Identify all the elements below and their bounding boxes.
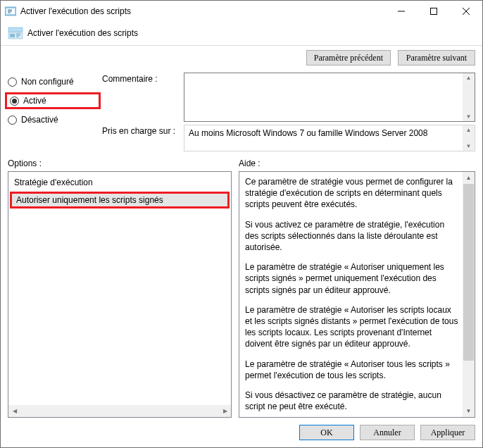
options-panel: Stratégie d'exécution Autoriser uniqueme… xyxy=(8,171,232,418)
policy-dialog-window: Activer l'exécution des scripts Activer … xyxy=(0,0,483,448)
radio-label: Non configuré xyxy=(21,77,74,87)
app-icon xyxy=(5,6,16,17)
highlight-enabled: Activé xyxy=(5,92,101,109)
scrollbar-vertical[interactable]: ▲ ▼ xyxy=(463,73,475,121)
comment-textarea[interactable]: ▲ ▼ xyxy=(184,73,475,122)
ok-button[interactable]: OK xyxy=(299,425,354,440)
scroll-up-icon: ▲ xyxy=(463,172,475,184)
scroll-left-icon: ◀ xyxy=(8,408,20,414)
execution-policy-dropdown[interactable]: Autoriser uniquement les scripts signés xyxy=(10,192,230,209)
scroll-down-icon: ▼ xyxy=(466,142,472,151)
scrollbar-vertical[interactable]: ▲ ▼ xyxy=(463,172,475,417)
svg-rect-2 xyxy=(431,8,437,14)
help-paragraph: Le paramètre de stratégie « Autoriser le… xyxy=(245,304,459,350)
minimize-button[interactable] xyxy=(385,1,418,21)
radio-label: Désactivé xyxy=(21,115,58,125)
panels-labels: Options : Aide : xyxy=(1,151,482,171)
dialog-footer: OK Annuler Appliquer xyxy=(1,418,482,447)
radio-icon xyxy=(8,116,17,125)
svg-rect-5 xyxy=(10,34,15,37)
maximize-button[interactable] xyxy=(418,1,450,21)
scrollbar-vertical[interactable]: ▲ ▼ xyxy=(463,125,475,151)
cancel-button[interactable]: Annuler xyxy=(360,425,415,440)
window-title: Activer l'exécution des scripts xyxy=(20,6,385,16)
comment-label: Commentaire : xyxy=(102,73,180,84)
supported-on-box: Au moins Microsoft Windows 7 ou famille … xyxy=(184,125,475,151)
close-button[interactable] xyxy=(450,1,482,21)
apply-button[interactable]: Appliquer xyxy=(420,425,475,440)
scroll-down-icon: ▼ xyxy=(463,405,475,417)
help-paragraph: Le paramètre de stratégie « Autoriser un… xyxy=(245,261,459,296)
radio-label: Activé xyxy=(23,96,46,106)
supported-on-label: Pris en charge sur : xyxy=(102,125,180,136)
radio-icon xyxy=(10,97,19,106)
scroll-right-icon: ▶ xyxy=(219,408,231,414)
radio-enabled[interactable]: Activé xyxy=(10,96,96,106)
info-fields: Commentaire : ▲ ▼ Pris en charge sur : A… xyxy=(102,73,475,151)
config-section: Non configuré Activé Désactivé Commentai… xyxy=(1,73,482,151)
window-controls xyxy=(385,1,482,21)
help-paragraph: Si vous désactivez ce paramètre de strat… xyxy=(245,390,459,412)
subheader-title: Activer l'exécution des scripts xyxy=(27,28,138,38)
scroll-up-icon: ▲ xyxy=(466,125,472,135)
scroll-up-icon: ▲ xyxy=(466,73,472,82)
options-label: Options : xyxy=(8,158,232,168)
help-label: Aide : xyxy=(239,158,475,168)
next-setting-button[interactable]: Paramètre suivant xyxy=(398,50,475,66)
svg-rect-3 xyxy=(8,27,23,32)
supported-on-value: Au moins Microsoft Windows 7 ou famille … xyxy=(189,128,427,138)
help-paragraph: Le paramètre de stratégie « Autoriser to… xyxy=(245,359,459,381)
execution-policy-label: Stratégie d'exécution xyxy=(10,175,230,190)
help-paragraph: Si vous activez ce paramètre de stratégi… xyxy=(245,219,459,254)
help-paragraph: Ce paramètre de stratégie vous permet de… xyxy=(245,176,459,211)
options-content: Stratégie d'exécution Autoriser uniqueme… xyxy=(8,172,231,405)
help-panel: Ce paramètre de stratégie vous permet de… xyxy=(239,171,475,418)
help-content: Ce paramètre de stratégie vous permet de… xyxy=(239,172,475,417)
titlebar: Activer l'exécution des scripts xyxy=(1,1,482,21)
panels-row: Stratégie d'exécution Autoriser uniqueme… xyxy=(1,171,482,418)
scrollbar-thumb[interactable] xyxy=(463,184,474,361)
scrollbar-horizontal[interactable]: ◀ ▶ xyxy=(8,405,231,417)
policy-icon xyxy=(8,25,23,41)
dropdown-selected-value: Autoriser uniquement les scripts signés xyxy=(16,195,163,205)
subheader: Activer l'exécution des scripts xyxy=(1,21,482,46)
scroll-down-icon: ▼ xyxy=(466,112,472,121)
state-radio-group: Non configuré Activé Désactivé xyxy=(8,73,98,151)
nav-buttons: Paramètre précédent Paramètre suivant xyxy=(1,46,482,73)
radio-disabled[interactable]: Désactivé xyxy=(8,115,98,125)
previous-setting-button[interactable]: Paramètre précédent xyxy=(306,50,391,66)
radio-not-configured[interactable]: Non configuré xyxy=(8,77,98,87)
radio-icon xyxy=(8,77,17,87)
